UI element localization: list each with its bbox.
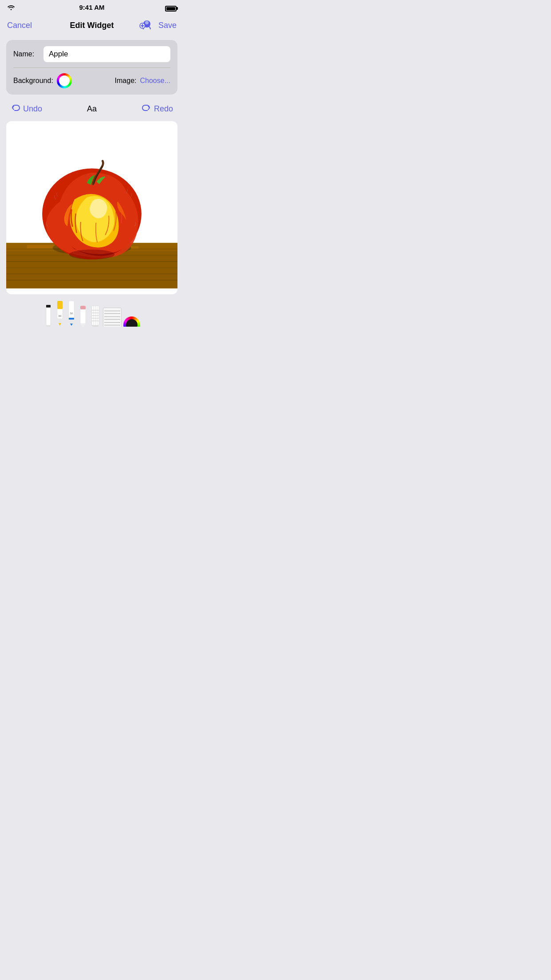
cancel-button[interactable]: Cancel [7,21,32,30]
image-label: Image: [115,77,137,85]
color-wheel-inner [59,75,70,86]
name-label: Name: [13,50,40,58]
tool-ruler[interactable] [103,308,122,327]
svg-marker-38 [80,324,86,327]
battery-icon [165,6,177,12]
svg-marker-34 [70,324,73,326]
svg-marker-28 [59,323,61,326]
tool-pencil-black[interactable] [43,301,53,327]
name-input[interactable] [43,46,170,62]
nav-right-actions: Save [138,18,177,33]
save-button[interactable]: Save [158,21,177,30]
nav-bar: Cancel Edit Widget Save [0,16,184,36]
undo-button[interactable]: Undo [11,104,42,114]
svg-marker-49 [92,325,99,327]
svg-rect-31 [69,301,74,319]
svg-text:80: 80 [59,315,62,317]
redo-button[interactable]: Redo [142,104,173,114]
redo-icon [142,104,151,114]
svg-rect-26 [57,301,63,309]
tool-eraser-pink[interactable] [78,301,88,327]
status-right-icons [165,6,177,12]
redo-label: Redo [154,104,173,114]
bg-image-row: Background: Image: Choose... [13,73,170,88]
svg-rect-32 [69,318,74,320]
svg-text:50: 50 [70,312,73,315]
choose-image-button[interactable]: Choose... [140,77,170,85]
status-time: 9:41 AM [79,4,105,11]
form-card: Name: Background: Image: Choose... [6,40,177,95]
name-row: Name: [13,46,170,62]
svg-rect-37 [80,306,86,309]
font-button[interactable]: Aa [87,104,97,114]
color-wheel-button[interactable] [57,73,72,88]
toolbar: Undo Aa Redo [0,98,184,119]
undo-label: Undo [23,104,42,114]
background-section: Background: [13,73,72,88]
status-bar: 9:41 AM [0,0,184,16]
svg-rect-20 [46,307,51,325]
svg-point-1 [145,21,149,24]
svg-rect-23 [46,305,51,308]
tool-marker-yellow[interactable]: 80 80 [55,296,65,327]
form-divider [13,67,170,68]
color-wheel-tool[interactable] [123,316,140,327]
svg-point-19 [69,249,115,259]
image-section: Image: Choose... [115,77,170,85]
tool-marker-blue[interactable]: 50 50 [67,296,76,327]
tool-texture[interactable] [90,301,101,327]
page-title: Edit Widget [70,21,114,30]
background-label: Background: [13,77,53,85]
current-color-dot [126,319,138,327]
svg-marker-21 [46,325,51,327]
ruler-box [103,308,122,327]
drawing-canvas[interactable] [6,121,177,294]
tools-bar: 80 80 50 50 [0,296,184,327]
undo-icon [11,104,20,114]
color-picker-tool[interactable] [123,316,140,327]
add-person-button[interactable] [138,18,153,33]
wifi-icon [7,4,15,12]
